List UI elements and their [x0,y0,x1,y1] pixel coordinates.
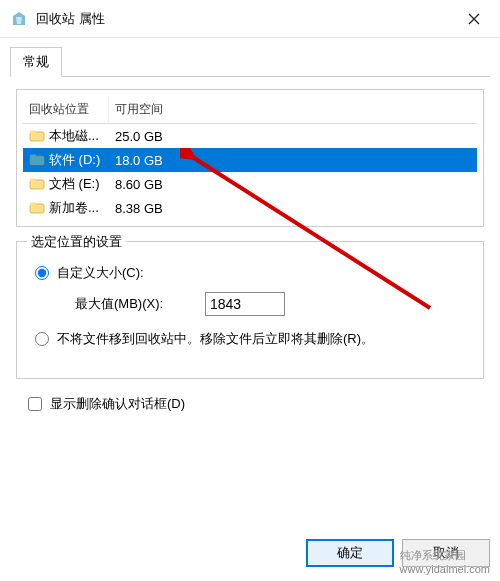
watermark-line2: www.yidaimei.com [400,563,490,575]
tab-strip: 常规 [10,46,490,77]
table-row[interactable]: 文档 (E:)8.60 GB [23,172,477,196]
table-row[interactable]: 新加卷...8.38 GB [23,196,477,220]
max-size-input[interactable] [205,292,285,316]
drive-icon [29,176,45,192]
cell-location-text: 软件 (D:) [49,151,100,169]
close-button[interactable] [454,4,494,34]
cell-space: 8.38 GB [109,196,477,220]
drive-icon [29,200,45,216]
column-space[interactable]: 可用空间 [109,96,477,124]
svg-rect-5 [30,179,36,182]
radio-no-recycle[interactable] [35,332,49,346]
confirm-delete-checkbox[interactable] [28,397,42,411]
cell-location: 文档 (E:) [23,172,109,196]
titlebar: 回收站 属性 [0,0,500,38]
confirm-delete-row: 显示删除确认对话框(D) [28,395,484,413]
recycle-bin-icon [10,10,28,28]
max-size-row: 最大值(MB)(X): [75,292,469,316]
tab-general[interactable]: 常规 [10,47,62,77]
table-header: 回收站位置 可用空间 [23,96,477,124]
drives-table: 回收站位置 可用空间 本地磁...25.0 GB软件 (D:)18.0 GB文档… [23,96,477,220]
svg-rect-7 [30,203,36,206]
column-location[interactable]: 回收站位置 [23,96,109,124]
max-size-label: 最大值(MB)(X): [75,295,205,313]
cell-location: 软件 (D:) [23,148,109,172]
cell-space: 8.60 GB [109,172,477,196]
cell-location-text: 文档 (E:) [49,175,100,193]
ok-button[interactable]: 确定 [306,539,394,567]
svg-rect-1 [30,131,36,134]
confirm-delete-label[interactable]: 显示删除确认对话框(D) [50,395,185,413]
watermark: 纯净系统家园 www.yidaimei.com [400,548,490,575]
radio-custom-size[interactable] [35,266,49,280]
close-icon [468,13,480,25]
window-title: 回收站 属性 [36,10,454,28]
dialog-content: 常规 回收站位置 可用空间 本地磁...25.0 GB软件 (D:)18.0 G… [0,38,500,435]
cell-location: 新加卷... [23,196,109,220]
table-row[interactable]: 软件 (D:)18.0 GB [23,148,477,172]
groupbox-label: 选定位置的设置 [27,233,126,251]
cell-space: 18.0 GB [109,148,477,172]
radio-no-recycle-row: 不将文件移到回收站中。移除文件后立即将其删除(R)。 [35,330,469,348]
cell-location: 本地磁... [23,124,109,148]
radio-custom-size-row: 自定义大小(C): [35,264,469,282]
drives-panel: 回收站位置 可用空间 本地磁...25.0 GB软件 (D:)18.0 GB文档… [16,89,484,227]
cell-location-text: 本地磁... [49,127,99,145]
cell-space: 25.0 GB [109,124,477,148]
table-row[interactable]: 本地磁...25.0 GB [23,124,477,148]
settings-groupbox: 选定位置的设置 自定义大小(C): 最大值(MB)(X): 不将文件移到回收站中… [16,241,484,379]
drive-icon [29,152,45,168]
watermark-line1: 纯净系统家园 [400,548,490,563]
cell-location-text: 新加卷... [49,199,99,217]
svg-rect-3 [30,155,36,158]
drive-icon [29,128,45,144]
radio-custom-size-label[interactable]: 自定义大小(C): [57,264,144,282]
radio-no-recycle-label[interactable]: 不将文件移到回收站中。移除文件后立即将其删除(R)。 [57,330,374,348]
